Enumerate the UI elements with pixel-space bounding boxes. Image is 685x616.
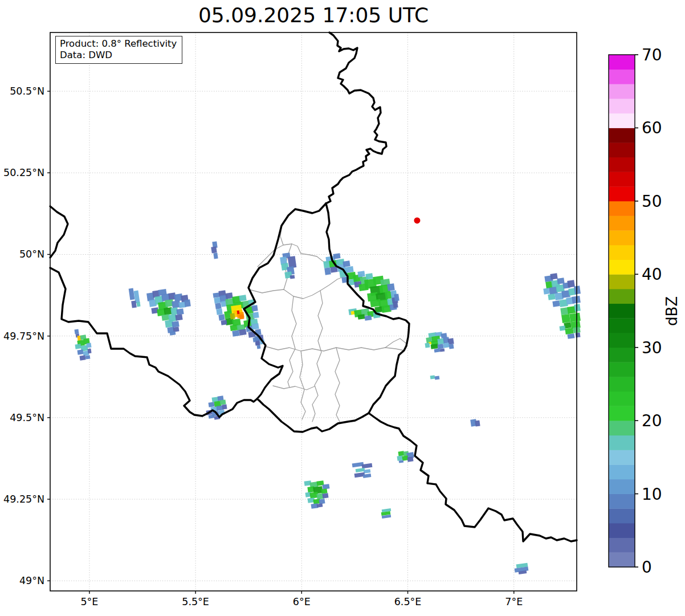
x-tick-label: 5°E [80, 596, 98, 607]
echo-bin [565, 328, 573, 334]
echo-bin [387, 283, 395, 291]
echo-bin [475, 420, 480, 426]
colorbar-band [609, 362, 635, 377]
colorbar-tick-label: 20 [642, 411, 662, 430]
y-tick-label: 49.25°N [3, 493, 44, 505]
echo-bin [173, 327, 179, 332]
country-border [369, 413, 577, 541]
echo-bin [225, 292, 233, 299]
colorbar-band [609, 479, 635, 494]
echo-bin [572, 296, 581, 304]
colorbar-band [609, 464, 635, 479]
y-tick-label: 50°N [19, 248, 44, 260]
echo-bin [567, 280, 575, 288]
echo-small-blue-blob [470, 419, 480, 426]
echo-bin [79, 355, 85, 360]
colorbar [609, 55, 638, 567]
colorbar-band [609, 84, 635, 99]
echo-bin [184, 299, 191, 307]
colorbar-band [609, 552, 635, 567]
echo-bin [208, 402, 214, 407]
echo-bin [569, 313, 581, 322]
echo-bin [561, 314, 570, 323]
echo-bin [559, 325, 565, 331]
echo-bin [172, 321, 179, 328]
colorbar-band [609, 113, 635, 128]
x-tick-label: 6°E [293, 596, 311, 607]
echo-bin [324, 267, 331, 275]
echo-bin [365, 273, 373, 280]
echo-bin [136, 302, 140, 307]
echo-bin [358, 314, 365, 320]
colorbar-tick-label: 40 [642, 265, 662, 284]
radar-site-marker [414, 217, 420, 223]
echo-bin [77, 349, 83, 354]
district-border [249, 276, 345, 299]
colorbar-band [609, 494, 635, 509]
echo-bin [430, 375, 435, 379]
colorbar-band [609, 245, 635, 260]
echo-bin [230, 313, 235, 319]
colorbar-band [609, 304, 635, 319]
colorbar-band [609, 538, 635, 553]
colorbar-band [609, 318, 635, 333]
echo-bin [129, 288, 135, 300]
echo-south-green-blue-cell [397, 451, 414, 463]
district-border [300, 351, 305, 419]
colorbar-band [609, 260, 635, 275]
echo-bin [237, 311, 240, 314]
echo-bin [288, 256, 297, 268]
colorbar-band [609, 274, 635, 289]
echo-bin [216, 308, 222, 315]
echo-bin [574, 285, 581, 294]
echo-east-of-lux-cell [425, 332, 454, 352]
echo-bin [543, 288, 549, 294]
echo-bin [568, 333, 575, 339]
echo-bin [75, 344, 81, 349]
colorbar-band [609, 186, 635, 201]
echo-bin [435, 376, 440, 380]
colorbar-tick-label: 10 [642, 485, 662, 504]
echo-bin [176, 308, 184, 315]
colorbar-band [609, 142, 635, 157]
echo-bin [434, 348, 441, 352]
colorbar-band [609, 333, 635, 348]
country-borders [50, 32, 577, 541]
echo-bin [255, 341, 260, 346]
echo-south-blue-streaks [352, 462, 373, 478]
colorbar-band [609, 348, 635, 362]
y-tick-label: 50.5°N [10, 85, 44, 97]
echo-bin [440, 348, 445, 352]
colorbar-band [609, 289, 635, 304]
colorbar-band [609, 377, 635, 391]
colorbar-tick-label: 0 [642, 558, 652, 577]
colorbar-band [609, 406, 635, 421]
radar-figure: 5°E5.5°E6°E6.5°E7°E50.5°N50.25°N50°N49.7… [0, 0, 685, 616]
echo-bin [211, 246, 217, 253]
echo-bin [399, 460, 403, 463]
echo-bin [351, 311, 355, 315]
colorbar-band [609, 201, 635, 216]
colorbar-band [609, 450, 635, 465]
echo-bin [131, 301, 137, 308]
district-border [273, 386, 315, 390]
echo-bin [552, 300, 560, 307]
colorbar-band [609, 230, 635, 245]
echo-bin [87, 349, 91, 354]
colorbar-band [609, 70, 635, 84]
y-tick-label: 49.5°N [10, 412, 44, 423]
echo-bin [394, 294, 399, 301]
echo-border-dip-cell [206, 395, 227, 419]
district-border [385, 338, 406, 348]
echo-bin [215, 303, 221, 309]
radar-echoes [74, 241, 580, 574]
echo-bin [232, 330, 239, 337]
echo-bin [437, 344, 443, 349]
product-label: Product: 0.8° Reflectivity [60, 38, 177, 50]
echo-bin [575, 332, 580, 337]
echo-bin [365, 315, 372, 321]
echo-bin [290, 275, 295, 279]
echo-bin [448, 344, 454, 349]
colorbar-band [609, 421, 635, 435]
echo-bin [209, 414, 215, 418]
